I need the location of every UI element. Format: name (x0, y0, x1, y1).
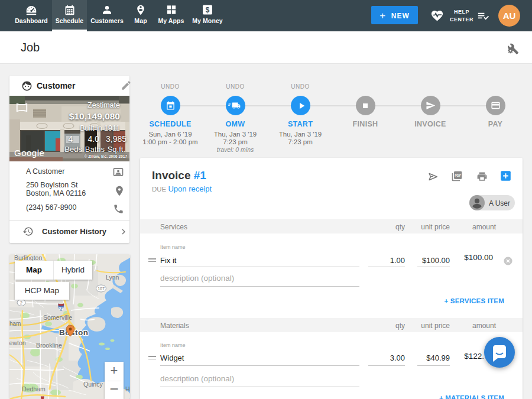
svg-text:ham: ham (9, 320, 21, 327)
svg-text:Hi: Hi (125, 385, 130, 392)
svg-text:Quincy: Quincy (83, 381, 103, 388)
svg-text:2: 2 (20, 301, 22, 305)
svg-text:Newton: Newton (9, 339, 26, 346)
svg-text:Lynn: Lynn (106, 274, 119, 281)
svg-text:PDF: PDF (455, 174, 462, 177)
svg-text:107: 107 (98, 287, 105, 291)
svg-text:Brookline: Brookline (36, 342, 62, 349)
svg-text:$: $ (206, 6, 210, 14)
svg-text:Dedham: Dedham (22, 385, 46, 392)
svg-text:93: 93 (59, 306, 63, 310)
svg-text:Somerville: Somerville (43, 314, 72, 321)
